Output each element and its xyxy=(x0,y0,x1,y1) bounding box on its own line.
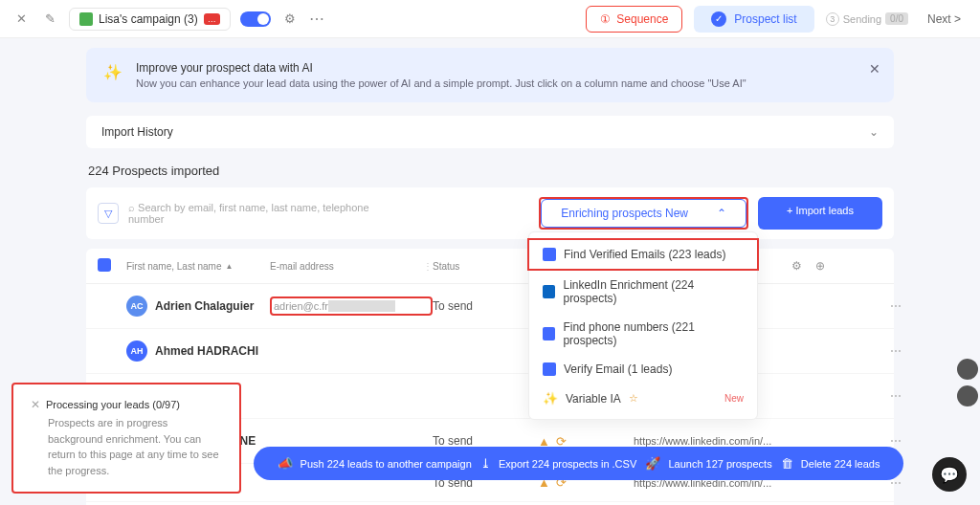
linkedin-icon xyxy=(543,248,556,261)
campaign-name: Lisa's campaign (3) xyxy=(99,12,198,26)
rocket-icon: 🚀 xyxy=(645,456,660,471)
verify-icon xyxy=(543,362,556,376)
enrich-dropdown: Find Verified Emails (223 leads) LinkedI… xyxy=(528,231,758,420)
enrich-dropdown-button[interactable]: Enriching prospects New ⌃ xyxy=(541,199,746,228)
select-all-checkbox[interactable] xyxy=(98,258,111,272)
row-more-icon[interactable]: ⋯ xyxy=(825,389,902,403)
close-icon[interactable]: ✕ xyxy=(11,10,31,29)
import-leads-button[interactable]: + Import leads xyxy=(758,197,882,230)
highlight-box-email: adrien@c.fr xyxy=(270,296,433,316)
status-cell: To send xyxy=(433,299,538,313)
import-history-accordion[interactable]: Import History ⌄ xyxy=(86,116,894,148)
side-bubble-icon[interactable] xyxy=(957,385,978,406)
step-number: 3 xyxy=(826,12,839,26)
banner-title: Improve your prospect data with AI xyxy=(136,61,746,75)
import-history-label: Import History xyxy=(101,125,173,139)
table-row: AH Ahmed HADRACHI ⋯ xyxy=(86,329,894,374)
header-right: ① Sequence ✓ Prospect list 3 Sending 0/0… xyxy=(586,6,969,33)
col-status[interactable]: Status⋮ xyxy=(433,261,538,272)
side-bubble-icon[interactable] xyxy=(957,359,978,380)
prospect-toolbar: ▽ ⌕ Search by email, first name, last na… xyxy=(86,187,894,239)
sort-arrow-icon: ▲ xyxy=(225,262,233,271)
megaphone-icon: 📣 xyxy=(278,456,293,471)
email-value: adrien@c.fr xyxy=(274,300,328,312)
highlight-box-enrich: Enriching prospects New ⌃ xyxy=(539,197,748,230)
wand-icon: ✨ xyxy=(543,391,558,406)
linkedin-icon xyxy=(543,285,555,298)
next-button[interactable]: Next > xyxy=(920,9,969,30)
new-badge: New xyxy=(724,393,744,404)
search-input[interactable]: ⌕ Search by email, first name, last name… xyxy=(128,202,377,225)
wand-icon: ✨ xyxy=(103,63,122,81)
check-circle-icon: ✓ xyxy=(711,11,726,27)
star-icon: ☆ xyxy=(629,392,638,405)
chevron-up-icon: ⌃ xyxy=(717,207,726,220)
dropdown-item-variable-ia[interactable]: ✨ Variable IA ☆ New xyxy=(529,384,757,413)
export-button[interactable]: ⤓ Export 224 prospects in .CSV xyxy=(480,456,636,471)
toast-title: Processing your leads (0/97) xyxy=(46,399,180,410)
campaign-badge: … xyxy=(204,13,220,25)
col-email[interactable]: E-mail address⋮ xyxy=(270,261,433,272)
add-column-icon[interactable]: ⊕ xyxy=(815,259,825,273)
chevron-down-icon: ⌄ xyxy=(869,125,879,139)
phone-icon xyxy=(543,327,555,340)
alert-icon: ① xyxy=(600,12,611,26)
bulk-action-bar: 📣 Push 224 leads to another campaign ⤓ E… xyxy=(254,447,903,480)
email-blur xyxy=(328,300,395,312)
avatar: AC xyxy=(126,296,147,317)
campaign-toggle[interactable] xyxy=(240,11,271,27)
chat-icon[interactable]: 💬 xyxy=(932,457,967,492)
avatar: AH xyxy=(126,340,147,362)
dropdown-item-linkedin[interactable]: LinkedIn Enrichment (224 prospects) xyxy=(529,271,757,313)
row-more-icon[interactable]: ⋯ xyxy=(825,434,902,448)
column-settings-icon[interactable]: ⚙ xyxy=(791,259,802,273)
search-icon: ⌕ xyxy=(128,202,138,213)
delete-button[interactable]: 🗑 Delete 224 leads xyxy=(781,456,880,471)
sending-step: 3 Sending 0/0 xyxy=(826,12,908,26)
shuffle-icon: ✕ xyxy=(31,398,40,411)
campaign-pill[interactable]: Lisa's campaign (3) … xyxy=(69,8,231,31)
row-more-icon[interactable]: ⋯ xyxy=(825,299,902,313)
launch-button[interactable]: 🚀 Launch 127 prospects xyxy=(645,456,771,471)
download-icon: ⤓ xyxy=(480,456,491,471)
side-widget xyxy=(957,359,978,406)
trash-icon: 🗑 xyxy=(781,456,793,471)
prospect-name[interactable]: Ahmed HADRACHI xyxy=(155,344,258,358)
prospect-list-button[interactable]: ✓ Prospect list xyxy=(694,6,813,33)
filter-icon[interactable]: ▽ xyxy=(98,203,119,224)
ai-banner: ✨ Improve your prospect data with AI Now… xyxy=(86,48,894,102)
edit-icon[interactable]: ✎ xyxy=(40,10,59,29)
sequence-button[interactable]: ① Sequence xyxy=(586,6,682,33)
status-cell: To send xyxy=(433,434,538,448)
row-more-icon[interactable]: ⋯ xyxy=(825,344,902,358)
gear-icon[interactable]: ⚙ xyxy=(280,10,300,29)
toast-body: Prospects are in progress background enr… xyxy=(48,415,222,478)
push-leads-button[interactable]: 📣 Push 224 leads to another campaign xyxy=(278,456,472,471)
table-header: First name, Last name▲ E-mail address⋮ S… xyxy=(86,249,894,284)
table-row: AC Adrien Chalaguier adrien@c.fr To send… xyxy=(86,284,894,329)
section-title: 224 Prospects imported xyxy=(86,164,894,178)
sending-badge: 0/0 xyxy=(885,12,908,25)
dropdown-item-verify[interactable]: Verify Email (1 leads) xyxy=(529,355,757,384)
dropdown-item-phone[interactable]: Find phone numbers (221 prospects) xyxy=(529,313,757,355)
campaign-color-icon xyxy=(79,12,93,26)
prospect-name[interactable]: Adrien Chalaguier xyxy=(155,299,254,313)
more-icon[interactable]: ⋯ xyxy=(309,10,324,28)
link-cell[interactable]: https://www.linkedin.com/in/... xyxy=(634,435,825,447)
banner-subtitle: Now you can enhance your lead data using… xyxy=(136,77,746,89)
banner-close-icon[interactable]: ✕ xyxy=(869,61,880,77)
dropdown-item-find-emails[interactable]: Find Verified Emails (223 leads) xyxy=(527,238,759,271)
processing-toast: ✕ Processing your leads (0/97) Prospects… xyxy=(11,383,241,494)
app-header: ✕ ✎ Lisa's campaign (3) … ⚙ ⋯ ① Sequence… xyxy=(0,0,980,38)
col-name[interactable]: First name, Last name▲ xyxy=(126,261,270,272)
header-left: ✕ ✎ Lisa's campaign (3) … ⚙ ⋯ xyxy=(11,8,576,31)
